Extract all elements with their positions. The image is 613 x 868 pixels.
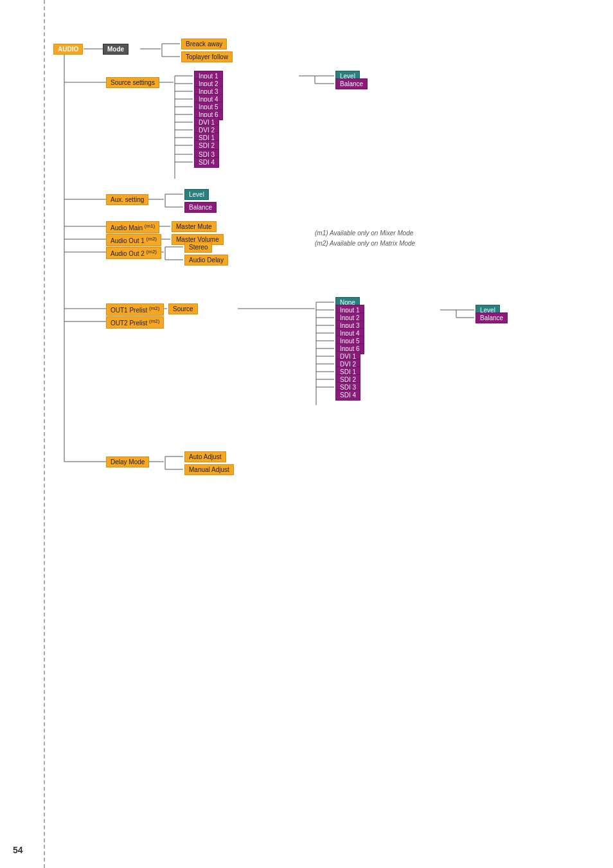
- toplayer-follow-label: Toplayer follow: [181, 51, 233, 62]
- audio-label: AUDIO: [53, 44, 83, 55]
- audio-delay-label: Audio Delay: [184, 255, 228, 266]
- audio-out2-node: Audio Out 2 (m2): [106, 247, 161, 259]
- note-m2: (m2) Available only on Matrix Mode: [315, 239, 415, 247]
- src-sdi4-node: SDI 4: [335, 390, 360, 401]
- page-number: 54: [13, 845, 23, 855]
- auto-adjust-label: Auto Adjust: [184, 451, 226, 462]
- mode-node: Mode: [103, 44, 129, 55]
- breack-away-label: Breack away: [181, 39, 227, 50]
- master-mute-label: Master Mute: [172, 221, 217, 232]
- aux-setting-node: Aux. setting: [106, 194, 148, 205]
- connector-lines: [0, 0, 613, 868]
- mode-label: Mode: [103, 44, 129, 55]
- audio-out1-node: Audio Out 1 (m2): [106, 234, 161, 246]
- audio-out1-label: Audio Out 1 (m2): [106, 234, 161, 246]
- audio-out2-label: Audio Out 2 (m2): [106, 247, 161, 259]
- audio-delay-node: Audio Delay: [184, 255, 228, 266]
- aux-level-label: Level: [184, 189, 209, 200]
- audio-node: AUDIO: [53, 44, 83, 55]
- ss-balance-label: Balance: [335, 78, 368, 89]
- manual-adjust-node: Manual Adjust: [184, 464, 234, 475]
- manual-adjust-label: Manual Adjust: [184, 464, 234, 475]
- sdi4-label: SDI 4: [194, 157, 219, 168]
- out2-prelist-node: OUT2 Prelist (m2): [106, 316, 164, 329]
- src-sdi4-label: SDI 4: [335, 390, 360, 401]
- stereo-node: Stereo: [184, 242, 212, 253]
- breack-away-node: Breack away: [181, 39, 227, 50]
- source-node: Source: [168, 303, 198, 314]
- out2-prelist-label: OUT2 Prelist (m2): [106, 316, 164, 329]
- note-m1: (m1) Available only on Mixer Mode: [315, 229, 413, 237]
- out1-prelist-label: OUT1 Prelist (m2): [106, 303, 164, 316]
- source-settings-label: Source settings: [106, 77, 159, 88]
- source-settings-node: Source settings: [106, 77, 159, 88]
- source-label: Source: [168, 303, 198, 314]
- out1-prelist-node: OUT1 Prelist (m2): [106, 303, 164, 316]
- audio-main-label: Audio Main (m1): [106, 221, 159, 233]
- auto-adjust-node: Auto Adjust: [184, 451, 226, 462]
- delay-mode-label: Delay Mode: [106, 457, 149, 467]
- src-balance-label: Balance: [475, 312, 508, 323]
- src-balance-node: Balance: [475, 312, 508, 323]
- page-container: AUDIO Mode Breack away Toplayer follow S…: [0, 0, 613, 868]
- left-border: [44, 0, 45, 868]
- toplayer-follow-node: Toplayer follow: [181, 51, 233, 62]
- aux-balance-label: Balance: [184, 202, 217, 213]
- master-mute-node: Master Mute: [172, 221, 217, 232]
- ss-balance-node: Balance: [335, 78, 368, 89]
- sdi4-node: SDI 4: [194, 157, 219, 168]
- stereo-label: Stereo: [184, 242, 212, 253]
- aux-level-node: Level: [184, 189, 209, 200]
- delay-mode-node: Delay Mode: [106, 457, 149, 467]
- audio-main-node: Audio Main (m1): [106, 221, 159, 233]
- aux-balance-node: Balance: [184, 202, 217, 213]
- aux-setting-label: Aux. setting: [106, 194, 148, 205]
